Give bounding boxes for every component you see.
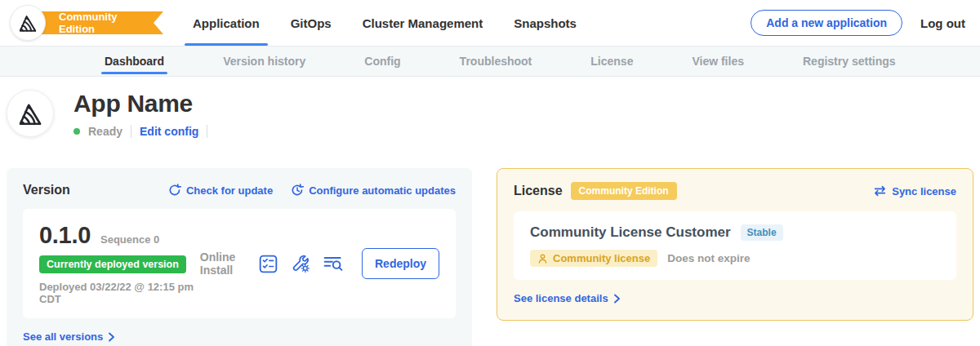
status-ready-dot xyxy=(74,128,80,135)
logs-search-icon xyxy=(323,255,344,272)
license-details-panel: Community License Customer Stable Commun… xyxy=(514,211,956,280)
top-actions: Add a new application Log out xyxy=(751,10,980,36)
sequence-label: Sequence 0 xyxy=(100,233,159,246)
dashboard-cards: Version Check for update xyxy=(0,168,980,346)
currently-deployed-badge: Currently deployed version xyxy=(39,255,186,273)
replicated-logo xyxy=(10,5,46,41)
add-new-application-button[interactable]: Add a new application xyxy=(751,10,902,36)
see-license-details-label: See license details xyxy=(514,292,608,304)
license-card-title: License xyxy=(514,184,563,198)
tab-gitops[interactable]: GitOps xyxy=(291,0,332,46)
replicated-logo-icon xyxy=(17,12,38,33)
redeploy-button[interactable]: Redeploy xyxy=(362,248,439,279)
edit-config-link[interactable]: Edit config xyxy=(140,125,198,138)
divider xyxy=(207,125,207,138)
sync-license-link[interactable]: Sync license xyxy=(873,185,956,197)
sync-license-label: Sync license xyxy=(892,185,956,197)
version-number: 0.1.0 xyxy=(39,222,91,249)
license-type-label: Community license xyxy=(553,252,650,264)
app-sub-navigation: Dashboard Version history Config Trouble… xyxy=(0,46,980,77)
subnav-version-history[interactable]: Version history xyxy=(223,47,305,76)
sync-arrows-icon xyxy=(873,185,887,197)
check-for-update-link[interactable]: Check for update xyxy=(168,184,273,197)
tab-snapshots[interactable]: Snapshots xyxy=(514,0,577,46)
clock-refresh-icon xyxy=(291,184,304,197)
install-type-label: Online Install xyxy=(200,251,244,277)
subnav-troubleshoot[interactable]: Troubleshoot xyxy=(460,47,532,76)
view-deploy-logs-button[interactable] xyxy=(323,255,344,272)
configure-automatic-updates-link[interactable]: Configure automatic updates xyxy=(291,184,456,197)
config-wrench-button[interactable] xyxy=(291,254,310,273)
subnav-config[interactable]: Config xyxy=(364,47,400,76)
see-all-versions-label: See all versions xyxy=(23,330,103,343)
subnav-license[interactable]: License xyxy=(590,47,633,76)
refresh-icon xyxy=(168,184,181,197)
status-ready-label: Ready xyxy=(88,125,122,138)
community-edition-badge: Community Edition xyxy=(571,182,677,200)
chevron-right-icon xyxy=(612,294,621,304)
license-card: License Community Edition Sync license xyxy=(497,168,973,321)
expiration-text: Does not expire xyxy=(667,252,750,264)
app-logo-icon xyxy=(16,100,44,127)
app-status-row: Ready Edit config xyxy=(74,125,207,138)
logout-link[interactable]: Log out xyxy=(920,16,965,30)
preflight-checks-button[interactable] xyxy=(259,255,278,273)
admin-console-page: Community Edition Application GitOps Clu… xyxy=(0,0,980,346)
community-edition-banner-label: Community Edition xyxy=(59,11,142,35)
license-type-badge: Community license xyxy=(530,250,657,267)
version-card: Version Check for update xyxy=(7,168,472,346)
check-for-update-label: Check for update xyxy=(186,184,273,197)
divider xyxy=(131,125,131,138)
see-license-details-link[interactable]: See license details xyxy=(514,292,621,304)
app-avatar xyxy=(7,90,54,137)
app-name-title: App Name xyxy=(74,90,207,117)
version-card-title: Version xyxy=(23,183,70,197)
checklist-icon xyxy=(259,255,278,273)
top-navigation-bar: Community Edition Application GitOps Clu… xyxy=(0,0,980,46)
subnav-registry-settings[interactable]: Registry settings xyxy=(803,47,896,76)
customer-name: Community License Customer xyxy=(530,224,731,241)
current-version-panel: 0.1.0 Sequence 0 Currently deployed vers… xyxy=(23,209,456,318)
see-all-versions-link[interactable]: See all versions xyxy=(23,330,116,343)
channel-badge: Stable xyxy=(741,224,783,241)
app-header: App Name Ready Edit config xyxy=(0,77,980,138)
tab-application[interactable]: Application xyxy=(193,0,260,46)
subnav-view-files[interactable]: View files xyxy=(692,47,744,76)
person-icon xyxy=(537,253,548,264)
main-nav-tabs: Application GitOps Cluster Management Sn… xyxy=(193,0,577,46)
subnav-dashboard[interactable]: Dashboard xyxy=(105,47,164,76)
configure-automatic-updates-label: Configure automatic updates xyxy=(309,184,456,197)
chevron-right-icon xyxy=(107,332,116,342)
brand-area: Community Edition xyxy=(0,0,163,46)
wrench-gear-icon xyxy=(291,254,310,273)
tab-cluster-management[interactable]: Cluster Management xyxy=(363,0,483,46)
deployed-timestamp: Deployed 03/22/22 @ 12:15 pm CDT xyxy=(39,281,200,305)
